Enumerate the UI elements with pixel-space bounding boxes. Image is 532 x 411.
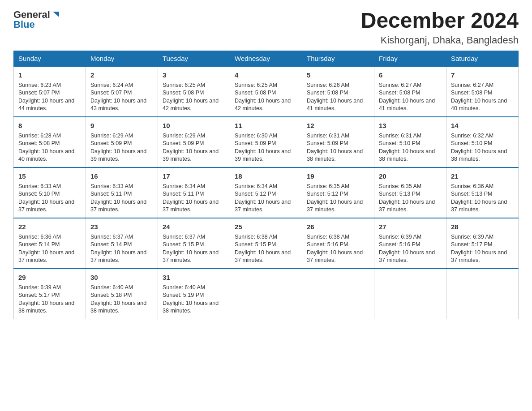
daylight-text: Daylight: 10 hours and 40 minutes. [18,148,74,163]
daylight-text: Daylight: 10 hours and 38 minutes. [451,148,507,163]
calendar-cell: 7Sunrise: 6:27 AMSunset: 5:08 PMDaylight… [446,66,519,117]
daylight-text: Daylight: 10 hours and 39 minutes. [90,148,146,163]
sunrise-text: Sunrise: 6:32 AM [451,133,493,139]
sunrise-text: Sunrise: 6:39 AM [379,234,421,240]
daylight-text: Daylight: 10 hours and 42 minutes. [163,98,219,112]
week-row-1: 1Sunrise: 6:23 AMSunset: 5:07 PMDaylight… [14,66,519,117]
sunset-text: Sunset: 5:08 PM [379,90,420,96]
calendar-cell: 18Sunrise: 6:34 AMSunset: 5:12 PMDayligh… [230,167,302,218]
calendar-cell: 21Sunrise: 6:36 AMSunset: 5:13 PMDayligh… [446,167,519,218]
day-number: 18 [235,171,297,181]
logo: General Blue [13,9,61,30]
sunrise-text: Sunrise: 6:39 AM [18,284,61,291]
day-number: 6 [379,70,442,80]
sunset-text: Sunset: 5:14 PM [18,241,60,248]
daylight-text: Daylight: 10 hours and 37 minutes. [379,249,435,264]
day-number: 22 [18,222,81,231]
day-number: 31 [163,273,225,282]
sunrise-text: Sunrise: 6:26 AM [307,82,349,88]
day-number: 3 [163,70,225,80]
weekday-header-tuesday: Tuesday [158,51,230,66]
sunrise-text: Sunrise: 6:30 AM [235,133,277,139]
calendar-cell: 8Sunrise: 6:28 AMSunset: 5:08 PMDaylight… [14,117,86,167]
daylight-text: Daylight: 10 hours and 39 minutes. [163,148,219,163]
calendar-cell: 22Sunrise: 6:36 AMSunset: 5:14 PMDayligh… [14,218,86,269]
day-number: 13 [379,121,442,130]
daylight-text: Daylight: 10 hours and 43 minutes. [90,98,146,112]
daylight-text: Daylight: 10 hours and 38 minutes. [90,300,146,314]
sunrise-text: Sunrise: 6:33 AM [90,183,133,189]
sunset-text: Sunset: 5:18 PM [90,292,132,298]
week-row-2: 8Sunrise: 6:28 AMSunset: 5:08 PMDaylight… [14,117,519,167]
day-number: 11 [235,121,297,130]
day-number: 26 [307,222,369,231]
day-number: 7 [451,70,514,80]
day-number: 23 [90,222,153,231]
daylight-text: Daylight: 10 hours and 42 minutes. [235,98,291,112]
daylight-text: Daylight: 10 hours and 41 minutes. [379,98,435,112]
calendar-cell [230,269,302,319]
weekday-header-thursday: Thursday [302,51,374,66]
sunset-text: Sunset: 5:07 PM [18,90,60,96]
sunrise-text: Sunrise: 6:36 AM [451,183,493,189]
day-number: 20 [379,171,442,181]
day-number: 15 [18,171,81,181]
sunset-text: Sunset: 5:07 PM [90,90,132,96]
sunset-text: Sunset: 5:11 PM [163,191,204,197]
calendar-cell: 30Sunrise: 6:40 AMSunset: 5:18 PMDayligh… [86,269,158,319]
sunrise-text: Sunrise: 6:29 AM [163,133,205,139]
sunset-text: Sunset: 5:12 PM [307,191,348,197]
sunset-text: Sunset: 5:09 PM [307,140,348,146]
week-row-3: 15Sunrise: 6:33 AMSunset: 5:10 PMDayligh… [14,167,519,218]
sunset-text: Sunset: 5:08 PM [235,90,276,96]
daylight-text: Daylight: 10 hours and 40 minutes. [451,98,507,112]
calendar-cell [446,269,519,319]
daylight-text: Daylight: 10 hours and 37 minutes. [235,199,291,213]
daylight-text: Daylight: 10 hours and 38 minutes. [163,300,219,314]
week-row-5: 29Sunrise: 6:39 AMSunset: 5:17 PMDayligh… [14,269,519,319]
calendar-cell: 9Sunrise: 6:29 AMSunset: 5:09 PMDaylight… [86,117,158,167]
sunset-text: Sunset: 5:09 PM [235,140,276,146]
day-number: 1 [18,70,81,80]
month-title: December 2024 [361,9,519,33]
daylight-text: Daylight: 10 hours and 39 minutes. [235,148,291,163]
day-number: 8 [18,121,81,130]
weekday-header-sunday: Sunday [14,51,86,66]
calendar-cell: 20Sunrise: 6:35 AMSunset: 5:13 PMDayligh… [374,167,446,218]
weekday-header-wednesday: Wednesday [230,51,302,66]
weekday-header-saturday: Saturday [446,51,519,66]
sunrise-text: Sunrise: 6:31 AM [307,133,349,139]
calendar-cell: 31Sunrise: 6:40 AMSunset: 5:19 PMDayligh… [158,269,230,319]
sunrise-text: Sunrise: 6:35 AM [379,183,421,189]
day-number: 24 [163,222,225,231]
daylight-text: Daylight: 10 hours and 38 minutes. [18,300,74,314]
day-number: 9 [90,121,153,130]
daylight-text: Daylight: 10 hours and 41 minutes. [307,98,363,112]
sunset-text: Sunset: 5:13 PM [379,191,420,197]
logo-blue-text: Blue [13,19,35,30]
calendar-table: SundayMondayTuesdayWednesdayThursdayFrid… [13,51,519,319]
day-number: 4 [235,70,297,80]
sunset-text: Sunset: 5:17 PM [451,241,492,248]
sunrise-text: Sunrise: 6:27 AM [451,82,493,88]
sunrise-text: Sunrise: 6:34 AM [163,183,205,189]
title-area: December 2024 Kishorganj, Dhaka, Banglad… [361,9,519,46]
sunset-text: Sunset: 5:10 PM [379,140,420,146]
calendar-cell: 3Sunrise: 6:25 AMSunset: 5:08 PMDaylight… [158,66,230,117]
day-number: 12 [307,121,369,130]
sunset-text: Sunset: 5:09 PM [163,140,204,146]
day-number: 2 [90,70,153,80]
header: General Blue December 2024 Kishorganj, D… [13,9,519,46]
calendar-cell: 26Sunrise: 6:38 AMSunset: 5:16 PMDayligh… [302,218,374,269]
sunrise-text: Sunrise: 6:37 AM [163,234,205,240]
sunrise-text: Sunrise: 6:25 AM [235,82,277,88]
sunset-text: Sunset: 5:10 PM [451,140,492,146]
sunrise-text: Sunrise: 6:23 AM [18,82,61,88]
calendar-cell: 16Sunrise: 6:33 AMSunset: 5:11 PMDayligh… [86,167,158,218]
calendar-cell: 2Sunrise: 6:24 AMSunset: 5:07 PMDaylight… [86,66,158,117]
weekday-header-row: SundayMondayTuesdayWednesdayThursdayFrid… [14,51,519,66]
sunrise-text: Sunrise: 6:36 AM [18,234,61,240]
day-number: 5 [307,70,369,80]
week-row-4: 22Sunrise: 6:36 AMSunset: 5:14 PMDayligh… [14,218,519,269]
calendar-cell [302,269,374,319]
